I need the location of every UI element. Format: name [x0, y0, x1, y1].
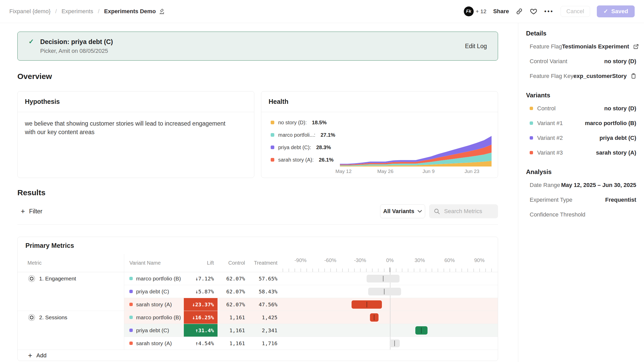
metric-group: 1. Engagementmarco portfolio (B)↓7.12%62…: [18, 272, 498, 311]
confidence-interval-midpoint: [384, 289, 384, 294]
metric-variant-rows: marco portfolio (B)↓7.12%62.07%57.65%pri…: [124, 272, 498, 311]
decision-title: Decision: priya debt (C): [40, 38, 113, 46]
variant-name: sarah story (A): [136, 340, 172, 346]
legend-swatch-icon: [271, 121, 274, 124]
primary-metrics-header: Metric Variant Name Lift Control Treatme…: [18, 254, 498, 272]
hypothesis-card: Hypothesis we believe that showing custo…: [17, 91, 254, 178]
variant-swatch-icon: [530, 121, 533, 125]
metric-cell[interactable]: 2. Sessions: [18, 311, 124, 350]
variant-name: sarah story (A): [136, 301, 172, 308]
table-row[interactable]: marco portfolio (B)↓16.25%1,1611,425: [124, 311, 498, 324]
confidence-interval-midpoint: [367, 302, 367, 307]
avatar-group[interactable]: Fk + 12: [464, 6, 486, 16]
table-row[interactable]: sarah story (A)↓23.37%62.07%47.56%: [124, 298, 498, 311]
variants-dropdown[interactable]: All Variants: [380, 204, 425, 218]
sidebar-row-variant-1: Variant #1marco portfolio (B): [526, 116, 636, 131]
share-button[interactable]: Share: [493, 8, 509, 15]
zero-axis-line: [390, 324, 390, 337]
table-row[interactable]: sarah story (A)↑4.54%1,1611,716: [124, 337, 498, 350]
axis-tick-label: 0%: [386, 257, 394, 263]
confidence-interval-midpoint: [421, 328, 422, 333]
sidebar-row-value: no story (D): [604, 58, 636, 65]
search-metrics-box: [429, 204, 498, 218]
confidence-interval-cell: [281, 337, 498, 350]
column-header-control: Control: [218, 254, 249, 272]
variant-name: priya debt (C): [136, 288, 169, 295]
sidebar-row-value: sarah story (A): [596, 149, 636, 156]
cancel-button[interactable]: Cancel: [561, 6, 590, 17]
breadcrumb-separator: /: [55, 8, 57, 15]
sidebar-row-label: Control Variant: [526, 58, 567, 65]
sidebar-row-feature-flag: Feature FlagTestimonials Experiment: [526, 39, 636, 54]
x-axis-label: Jun 23: [465, 169, 479, 174]
confidence-interval-cell: [281, 285, 498, 298]
axis-tick-label: -60%: [324, 257, 337, 263]
hypothesis-text: we believe that showing customer stories…: [18, 112, 238, 144]
variant-swatch-icon: [129, 303, 133, 306]
filter-label: Filter: [29, 208, 42, 215]
avatar-count: + 12: [476, 8, 486, 15]
legend-value: 26.1%: [319, 157, 334, 163]
breadcrumb-item-1[interactable]: Experiments: [61, 8, 93, 15]
variant-swatch-icon: [129, 277, 133, 280]
add-metric-label: Add: [36, 352, 46, 359]
sidebar-row-control-variant: Control Variantno story (D): [526, 54, 636, 69]
sidebar-row-value: no story (D): [604, 105, 636, 112]
variant-cell: sarah story (A): [124, 337, 184, 350]
search-icon: [433, 208, 440, 215]
sidebar-heading-variants: Variants: [526, 90, 636, 101]
variant-name: marco portfolio (B): [136, 314, 181, 321]
health-legend-item: sarah story (A):26.1%: [271, 154, 335, 166]
sidebar-row-label: Experiment Type: [526, 197, 572, 203]
confidence-interval-cell: [281, 298, 498, 311]
sidebar-row-value: priya debt (C): [599, 135, 636, 141]
breadcrumb-current[interactable]: Experiments Demo: [104, 8, 165, 15]
table-row[interactable]: marco portfolio (B)↓7.12%62.07%57.65%: [124, 272, 498, 285]
table-row[interactable]: priya debt (C)↑31.4%1,1612,341: [124, 324, 498, 337]
favorite-heart-icon[interactable]: [530, 8, 537, 15]
lift-cell: ↓5.87%: [184, 285, 218, 298]
lift-cell: ↑4.54%: [184, 337, 218, 350]
plus-icon: +: [28, 352, 32, 359]
saved-label: Saved: [611, 8, 628, 15]
primary-metrics-card: Primary Metrics Metric Variant Name Lift…: [17, 237, 498, 361]
variant-name: marco portfolio (B): [136, 276, 181, 282]
variants-dropdown-value: All Variants: [383, 208, 414, 215]
primary-metrics-body: 1. Engagementmarco portfolio (B)↓7.12%62…: [18, 272, 498, 350]
metric-cell[interactable]: 1. Engagement: [18, 272, 124, 311]
decision-text: Decision: priya debt (C) Picker, Amit on…: [40, 38, 113, 54]
external-link-icon[interactable]: [633, 43, 639, 50]
add-metric-button[interactable]: + Add: [18, 350, 498, 361]
breadcrumb-separator: /: [98, 8, 99, 15]
legend-label: marco portfoli...:: [278, 132, 315, 138]
add-filter-button[interactable]: + Filter: [21, 204, 42, 218]
clipboard-icon[interactable]: [630, 73, 637, 79]
table-row[interactable]: priya debt (C)↓5.87%62.07%58.43%: [124, 285, 498, 298]
variant-swatch-icon: [129, 329, 133, 332]
legend-value: 27.1%: [320, 132, 335, 138]
column-header-metric: Metric: [18, 254, 124, 272]
avatar[interactable]: Fk: [464, 6, 474, 16]
health-title: Health: [261, 91, 498, 112]
copy-link-icon[interactable]: [516, 8, 523, 15]
breadcrumb-item-0[interactable]: Fixpanel {demo}: [9, 8, 51, 15]
confidence-interval-midpoint: [394, 341, 395, 346]
edit-log-button[interactable]: Edit Log: [465, 43, 487, 50]
saved-button[interactable]: ✓ Saved: [597, 5, 635, 17]
sidebar-row-value: May 12, 2025 – Jun 30, 2025: [561, 182, 636, 189]
breadcrumb: Fixpanel {demo}/Experiments/Experiments …: [9, 8, 165, 15]
health-legend-item: marco portfoli...:27.1%: [271, 129, 335, 141]
more-options-icon[interactable]: •••: [544, 9, 554, 15]
metric-name: 2. Sessions: [39, 314, 67, 321]
health-chart-x-labels: May 12May 26Jun 9Jun 23: [340, 169, 492, 175]
legend-swatch-icon: [271, 158, 274, 162]
variant-swatch-icon: [530, 136, 533, 140]
health-legend-item: no story (D):18.5%: [271, 116, 335, 129]
axis-tick-label: -30%: [354, 257, 366, 263]
lift-axis-zero-tick: [390, 267, 390, 272]
saved-check-icon: ✓: [603, 8, 608, 15]
x-axis-label: Jun 9: [423, 169, 435, 174]
control-cell: 62.07%: [218, 298, 249, 311]
confidence-interval-cell: [281, 324, 498, 337]
lift-cell: ↓16.25%: [184, 311, 218, 324]
